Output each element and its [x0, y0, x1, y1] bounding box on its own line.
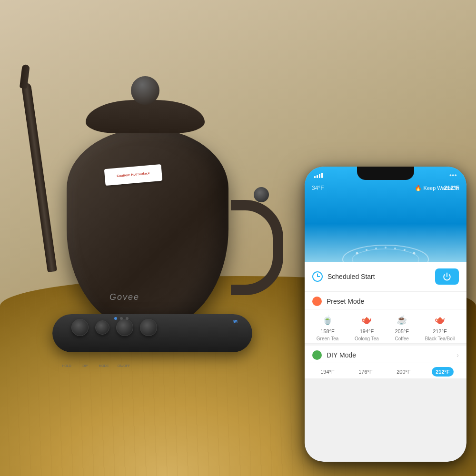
diy-temp-1[interactable]: 194°F	[317, 367, 337, 377]
onoff-button[interactable]	[140, 319, 157, 336]
chevron-right-icon: ›	[456, 351, 459, 359]
clock-icon	[312, 271, 323, 282]
phone-screen: ●●● 34°F 212°F 🔥 Keep Warm:On	[305, 167, 466, 462]
preset-mode-header: Preset Mode	[305, 292, 466, 309]
scheduled-start-row[interactable]: Scheduled Start	[305, 262, 466, 292]
coffee-temp: 205°F	[395, 328, 408, 334]
diy-temps-row: 194°F 176°F 200°F 212°F	[305, 363, 466, 378]
temp-left-label: 34°F	[312, 185, 324, 191]
kettle-handle	[231, 200, 283, 295]
brand-label: Govee	[109, 292, 139, 302]
signal-strength	[314, 173, 323, 178]
lid-knob	[131, 76, 159, 105]
base-buttons-container	[71, 319, 157, 336]
svg-point-3	[366, 249, 367, 251]
power-icon	[443, 272, 451, 281]
wifi-indicator: ≋	[233, 318, 238, 325]
hold-button[interactable]	[71, 319, 89, 336]
phone-frame: ●●● 34°F 212°F 🔥 Keep Warm:On	[305, 167, 466, 462]
kettle-lid	[86, 100, 205, 133]
phone-notch	[357, 167, 414, 180]
preset-green-tea[interactable]: 🍵 158°F Green Tea	[317, 313, 339, 341]
svg-point-1	[352, 249, 419, 262]
power-button[interactable]	[435, 268, 459, 285]
svg-point-7	[404, 249, 406, 251]
temp-arc	[338, 233, 433, 262]
black-tea-name: Black Tea/Boil	[425, 336, 455, 341]
mode-indicators	[114, 317, 129, 320]
diy-icon	[312, 350, 322, 360]
handle-knob	[254, 187, 269, 202]
preset-oolong-tea[interactable]: 🫖 194°F Oolong Tea	[355, 313, 379, 341]
coffee-icon: ☕	[395, 313, 408, 327]
screen-header: ●●● 34°F 212°F 🔥 Keep Warm:On	[305, 167, 466, 262]
screen-content: Scheduled Start Preset Mode	[305, 262, 466, 378]
preset-icon	[312, 297, 322, 306]
oolong-tea-temp: 194°F	[360, 328, 374, 334]
kettle-container: Caution: Hot Surface Govee ≋ HOLD DIY MO…	[38, 38, 295, 371]
oolong-tea-name: Oolong Tea	[355, 336, 379, 341]
scheduled-start-label: Scheduled Start	[327, 273, 375, 280]
coffee-name: Coffee	[395, 336, 409, 341]
svg-point-6	[394, 248, 396, 249]
diy-left: DIY Mode	[312, 350, 356, 360]
diy-temp-3[interactable]: 200°F	[394, 367, 413, 377]
kettle-body: Caution: Hot Surface	[67, 129, 228, 328]
black-tea-icon: 🫖	[433, 313, 446, 327]
black-tea-temp: 212°F	[433, 328, 446, 334]
keep-warm-badge: 🔥 Keep Warm:On	[415, 185, 459, 191]
diy-button[interactable]	[95, 320, 109, 335]
svg-point-4	[375, 248, 377, 249]
preset-coffee[interactable]: ☕ 205°F Coffee	[395, 313, 408, 341]
diy-temp-2[interactable]: 176°F	[356, 367, 375, 377]
scheduled-start-left: Scheduled Start	[312, 271, 375, 282]
preset-temps-row: 🍵 158°F Green Tea 🫖 194°F Oolong Tea ☕ 2…	[305, 309, 466, 344]
svg-point-2	[356, 252, 358, 255]
diy-mode-header[interactable]: DIY Mode ›	[305, 346, 466, 363]
preset-black-tea[interactable]: 🫖 212°F Black Tea/Boil	[425, 313, 455, 341]
diy-mode-label: DIY Mode	[327, 351, 356, 359]
oolong-tea-icon: 🫖	[360, 313, 373, 327]
green-tea-icon: 🍵	[321, 313, 334, 327]
warning-sticker: Caution: Hot Surface	[104, 164, 163, 186]
green-tea-name: Green Tea	[317, 336, 339, 341]
mode-button[interactable]	[116, 319, 133, 336]
kettle-base: ≋	[52, 314, 252, 352]
phone-container: ●●● 34°F 212°F 🔥 Keep Warm:On	[305, 167, 466, 462]
svg-point-5	[385, 247, 387, 248]
diy-temp-4-active[interactable]: 212°F	[432, 367, 453, 377]
preset-mode-label: Preset Mode	[327, 298, 364, 305]
button-labels: HOLD DIY MODE ON/OFF	[58, 364, 132, 367]
green-tea-temp: 158°F	[320, 328, 334, 334]
svg-point-8	[413, 252, 416, 255]
